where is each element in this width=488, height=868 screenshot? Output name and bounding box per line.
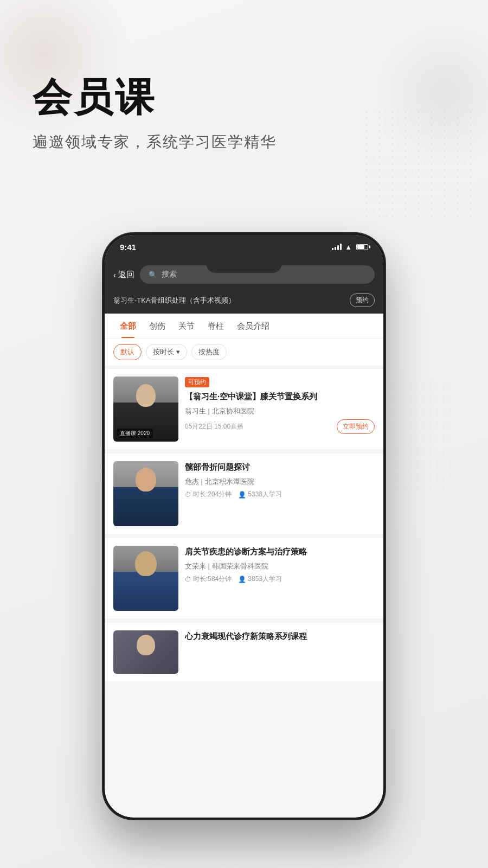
- header-section: 会员课 遍邀领域专家，系统学习医学精华: [33, 76, 277, 152]
- sub-nav: 翁习生-TKA骨组织处理（含手术视频） 预约: [105, 289, 383, 314]
- tab-member[interactable]: 会员介绍: [230, 314, 276, 338]
- phone-frame: 9:41 ▲: [103, 233, 385, 819]
- course-info-3: 肩关节疾患的诊断方案与治疗策略 文荣来 | 韩国荣来骨科医院 ⏱ 时长:584分…: [185, 546, 375, 611]
- learners-value-2: 5338人学习: [248, 490, 282, 499]
- back-label: 返回: [118, 270, 134, 280]
- dots-pattern-1: [363, 108, 472, 217]
- status-icons: ▲: [332, 243, 368, 251]
- course-thumb-4: [113, 630, 178, 674]
- duration-stat-3: ⏱ 时长:584分钟: [185, 575, 232, 584]
- reserve-button[interactable]: 预约: [350, 293, 375, 307]
- phone-inner: 9:41 ▲: [105, 235, 383, 818]
- duration-value-2: 时长:204分钟: [193, 490, 232, 499]
- signal-icon: [332, 244, 342, 250]
- course-thumb-2: [113, 461, 178, 526]
- battery-fill: [357, 245, 364, 249]
- back-chevron-icon: ‹: [113, 270, 116, 279]
- learners-value-3: 3853人学习: [248, 575, 282, 584]
- clock-icon-3: ⏱: [185, 576, 191, 583]
- course-date-1: 05月22日 15:00直播: [185, 422, 243, 431]
- course-author-1: 翁习生 | 北京协和医院: [185, 406, 375, 416]
- status-bar: 9:41 ▲: [105, 235, 383, 259]
- course-thumb-3: [113, 546, 178, 611]
- search-placeholder: 搜索: [162, 270, 177, 279]
- course-badge-1: 可预约: [185, 377, 209, 387]
- filter-bar: 默认 按时长 ▾ 按热度: [105, 339, 383, 366]
- signal-bar-4: [340, 244, 342, 250]
- page-subtitle: 遍邀领域专家，系统学习医学精华: [33, 132, 277, 152]
- filter-default[interactable]: 默认: [113, 344, 142, 360]
- learners-stat-3: 👤 3853人学习: [238, 575, 282, 584]
- phone-notch: [206, 259, 282, 273]
- battery-icon: [356, 244, 368, 250]
- search-icon: 🔍: [149, 271, 157, 279]
- tab-joint[interactable]: 关节: [172, 314, 201, 338]
- action-button-1[interactable]: 立即预约: [337, 419, 375, 434]
- person-head-2: [136, 468, 156, 492]
- back-button[interactable]: ‹ 返回: [113, 270, 134, 280]
- filter-duration[interactable]: 按时长 ▾: [146, 344, 187, 360]
- course-author-2: 危杰 | 北京积水潭医院: [185, 477, 375, 487]
- course-title-2: 髋部骨折问题探讨: [185, 461, 375, 473]
- person-head-3: [135, 551, 157, 576]
- signal-bar-1: [332, 248, 333, 250]
- phone-screen: 9:41 ▲: [105, 235, 383, 818]
- clock-icon: ⏱: [185, 491, 191, 499]
- course-stats-2: ⏱ 时长:204分钟 👤 5338人学习: [185, 490, 375, 499]
- course-card-4[interactable]: 心力衰竭现代诊疗新策略系列课程: [105, 623, 383, 681]
- course-stats-3: ⏱ 时长:584分钟 👤 3853人学习: [185, 575, 375, 584]
- tabs-container: 全部 创伤 关节 脊柱 会员介绍: [105, 314, 383, 339]
- signal-bar-2: [335, 247, 336, 250]
- signal-bar-3: [337, 245, 339, 250]
- course-info-1: 可预约 【翁习生·空中课堂】膝关节置换系列 翁习生 | 北京协和医院 05月22…: [185, 376, 375, 442]
- course-info-2: 髋部骨折问题探讨 危杰 | 北京积水潭医院 ⏱ 时长:204分钟 👤 5338人…: [185, 461, 375, 526]
- status-time: 9:41: [120, 242, 136, 252]
- wifi-icon: ▲: [345, 243, 352, 251]
- person-head-4: [137, 635, 155, 655]
- course-card-2[interactable]: 髋部骨折问题探讨 危杰 | 北京积水潭医院 ⏱ 时长:204分钟 👤 5338人…: [105, 454, 383, 534]
- course-author-3: 文荣来 | 韩国荣来骨科医院: [185, 561, 375, 571]
- duration-value-3: 时长:584分钟: [193, 575, 232, 584]
- tab-all[interactable]: 全部: [113, 314, 143, 338]
- filter-heat[interactable]: 按热度: [191, 344, 227, 360]
- course-title-3: 肩关节疾患的诊断方案与治疗策略: [185, 546, 375, 557]
- course-meta-1: 05月22日 15:00直播 立即预约: [185, 419, 375, 434]
- course-card-3[interactable]: 肩关节疾患的诊断方案与治疗策略 文荣来 | 韩国荣来骨科医院 ⏱ 时长:584分…: [105, 538, 383, 618]
- people-icon-3: 👤: [238, 576, 246, 583]
- sub-nav-title: 翁习生-TKA骨组织处理（含手术视频）: [113, 296, 235, 305]
- course-card-1[interactable]: 直播课·2020 可预约 【翁习生·空中课堂】膝关节置换系列 翁习生 | 北京协…: [105, 369, 383, 449]
- course-thumb-label-1: 直播课·2020: [117, 429, 153, 438]
- people-icon: 👤: [238, 491, 246, 499]
- tab-spine[interactable]: 脊柱: [201, 314, 230, 338]
- course-title-1: 【翁习生·空中课堂】膝关节置换系列: [185, 391, 375, 402]
- page-title: 会员课: [33, 76, 277, 119]
- tab-trauma[interactable]: 创伤: [143, 314, 172, 338]
- course-thumb-1: 直播课·2020: [113, 376, 178, 442]
- person-head-1: [136, 384, 156, 407]
- learners-stat-2: 👤 5338人学习: [238, 490, 282, 499]
- course-title-4: 心力衰竭现代诊疗新策略系列课程: [185, 630, 375, 642]
- course-info-4: 心力衰竭现代诊疗新策略系列课程: [185, 630, 375, 674]
- duration-stat-2: ⏱ 时长:204分钟: [185, 490, 232, 499]
